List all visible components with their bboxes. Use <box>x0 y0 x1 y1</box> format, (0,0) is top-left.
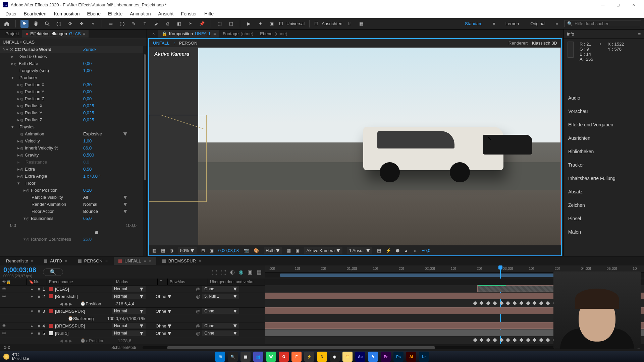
prop-velocity[interactable]: ▸Velocity1,00 <box>0 137 147 144</box>
camera-dropdown[interactable]: Aktive Kamera ⯆ <box>304 247 342 254</box>
prop-position-y[interactable]: ▸Position Y0,00 <box>0 88 147 95</box>
view-dropdown[interactable]: 1 Ansi... ⯆ <box>347 247 372 254</box>
prop-resistance[interactable]: ▸Resistance0,0 <box>0 159 147 166</box>
res-icon[interactable]: ⊞ <box>201 248 205 253</box>
panel-menu-icon[interactable]: ≡ <box>638 32 641 37</box>
fast-icon[interactable]: ⚡ <box>386 248 391 253</box>
tl-icon-5[interactable]: ▣ <box>248 269 253 275</box>
props-scrollbar[interactable] <box>143 46 147 256</box>
panel-absatz[interactable]: Absatz <box>564 185 644 198</box>
obs-icon[interactable]: ◉ <box>330 352 340 362</box>
tl-icon-6[interactable]: ▤ <box>257 269 262 275</box>
axis-tool-2[interactable]: ⬚ <box>227 20 235 28</box>
panel-pinsel[interactable]: Pinsel <box>564 212 644 225</box>
brush-tool[interactable]: 🖌 <box>152 20 160 28</box>
timecode-display[interactable]: 0;00;03;08 <box>218 248 239 253</box>
pixel-icon[interactable]: ▤ <box>377 248 381 253</box>
maximize-button[interactable]: ▢ <box>610 0 626 9</box>
panel-malen[interactable]: Malen <box>564 225 644 239</box>
3d-icon[interactable]: ⬢ <box>396 248 399 253</box>
col-t[interactable]: T <box>158 279 168 285</box>
prop-render-animation[interactable]: Render AnimationNormal⯆ <box>0 201 147 208</box>
ai-icon[interactable]: Ai <box>406 352 416 362</box>
toggle-switches-icon[interactable]: ⚙ <box>3 345 7 350</box>
menu-ebene[interactable]: Ebene <box>84 10 104 17</box>
prop-position-z[interactable]: ▸Position Z0,00 <box>0 95 147 102</box>
prop-random-bounciness[interactable]: ▾Random Bounciness25,0 <box>0 236 147 243</box>
menu-ansicht[interactable]: Ansicht <box>155 10 177 17</box>
workspace-standard[interactable]: Standard <box>461 20 487 27</box>
prop-longevity-sec-[interactable]: Longevity (sec)1,00 <box>0 67 147 74</box>
panel-audio[interactable]: Audio <box>564 91 644 105</box>
menu-bearbeiten[interactable]: Bearbeiten <box>20 10 50 17</box>
layer-prop-position[interactable]: ◀ ◆ ▶⌚ Position-318,6,4,4 <box>0 300 265 307</box>
panel-zeichen[interactable]: Zeichen <box>564 198 644 212</box>
prop-physics[interactable]: ▾Physics <box>0 123 147 130</box>
mag-icon[interactable]: ▥ <box>152 248 156 253</box>
axis-tool[interactable]: ⬚ <box>216 20 224 28</box>
prop-floor-action[interactable]: Floor ActionBounce⯆ <box>0 208 147 215</box>
region-icon[interactable]: ▣ <box>296 248 300 253</box>
prop-radius-y[interactable]: ▸Radius Y0,025 <box>0 109 147 116</box>
ausrichten-label[interactable]: Ausrichten <box>322 21 342 26</box>
menu-effekte[interactable]: Effekte <box>105 10 126 17</box>
prop-bounciness[interactable]: ▾Bounciness65,0 <box>0 215 147 222</box>
tab-close-icon[interactable]: × <box>149 30 158 38</box>
prop-animation[interactable]: AnimationExplosive⯆ <box>0 130 147 137</box>
crumb-person[interactable]: PERSON <box>179 41 197 46</box>
app-icon[interactable]: ⚡ <box>304 352 314 362</box>
layer-row-1[interactable]: 👁 ▸■1 [GLAS] Normal ⯆ @Ohne ⯆ <box>0 285 265 293</box>
composition-viewer[interactable]: Aktive Kamera ↖ <box>149 48 561 245</box>
menu-fenster[interactable]: Fenster <box>177 10 200 17</box>
panel-bibliotheken[interactable]: Bibliotheken <box>564 145 644 158</box>
timeline-tab-unfall[interactable]: UNFALL ≡ × <box>114 257 156 265</box>
menu-animation[interactable]: Animation <box>126 10 154 17</box>
exposure-icon[interactable]: ☼ <box>413 248 417 253</box>
panel-tracker[interactable]: Tracker <box>564 158 644 172</box>
menu-datei[interactable]: Datei <box>2 10 20 17</box>
search-taskbar-icon[interactable]: 🔍 <box>228 352 238 362</box>
camera-icon[interactable]: 📷 <box>244 248 249 253</box>
timeline-tab-auto[interactable]: AUTO × <box>39 257 72 265</box>
menu-komposition[interactable]: Komposition <box>50 10 83 17</box>
start-icon[interactable]: ⊞ <box>215 352 225 362</box>
col-eye-icon[interactable]: 👁 <box>2 280 6 284</box>
workspace-original[interactable]: Original <box>526 20 549 27</box>
grid-icon[interactable]: ▦ <box>161 248 165 253</box>
teams-icon[interactable]: 👥 <box>253 352 263 362</box>
opera-icon[interactable]: O <box>279 352 289 362</box>
renderer-value[interactable]: Klassisch 3D <box>532 41 557 46</box>
selection-tool[interactable] <box>20 20 29 28</box>
crumb-unfall[interactable]: UNFALL <box>153 41 169 46</box>
pan-behind-tool[interactable]: ✥ <box>77 20 86 28</box>
layer-row-4[interactable]: 👁 ▸■4 [BREMSSPUR] Normal ⯆ Ohne ⯆ @Ohne … <box>0 322 265 329</box>
puppet-tool[interactable]: 📌 <box>198 20 206 28</box>
exposure-value[interactable]: +0,0 <box>422 248 430 253</box>
workspace-menu-icon[interactable]: ≡ <box>490 20 498 28</box>
toggle-switches-icon-2[interactable]: ⚙ <box>7 345 11 350</box>
resolution-dropdown[interactable]: Halb ⯆ <box>264 247 282 254</box>
switches-modes-label[interactable]: Schalter/Modi <box>111 345 136 350</box>
local-axis-icon[interactable]: ▶ <box>245 20 253 28</box>
hand-tool[interactable] <box>32 20 40 28</box>
rect-tool[interactable]: ▭ <box>107 20 115 28</box>
app3-icon[interactable]: ✎ <box>368 352 378 362</box>
prop-gravity[interactable]: ▸Gravity0,500 <box>0 152 147 159</box>
prop-extra-angle[interactable]: ▸Extra Angle1 x+0,0 ° <box>0 173 147 180</box>
workspace-lernen[interactable]: Lernen <box>501 20 523 27</box>
search-input[interactable] <box>575 21 638 26</box>
col-parent[interactable]: Übergeordnet und verkn. <box>208 279 265 285</box>
ps-icon[interactable]: Ps <box>393 352 404 362</box>
rotate-tool[interactable]: ⟳ <box>66 20 74 28</box>
timeline-tab-renderliste[interactable]: Renderliste × <box>1 257 38 265</box>
snap2-icon[interactable]: ▦ <box>357 20 365 28</box>
panel-effekte-und-vorgaben[interactable]: Effekte und Vorgaben <box>564 118 644 131</box>
eraser-tool[interactable]: ◧ <box>175 20 183 28</box>
layer-prop-x-position[interactable]: ◀ ◆ ▶⌚ x Position1278,6 <box>0 337 265 344</box>
whatsapp-icon[interactable]: W <box>266 352 276 362</box>
transparency-icon[interactable]: ▩ <box>287 248 291 253</box>
snap-icon[interactable]: ⟀ <box>346 20 354 28</box>
panel-ausrichten[interactable]: Ausrichten <box>564 131 644 145</box>
help-search[interactable]: 🔍 <box>564 20 641 27</box>
prop-floor[interactable]: ▾Floor <box>0 180 147 187</box>
